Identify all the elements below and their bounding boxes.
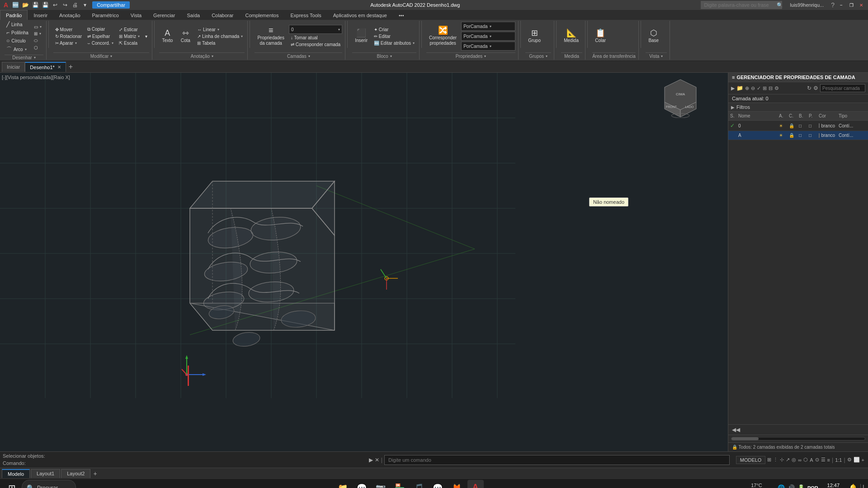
plot-btn[interactable]: 🖨 [71, 1, 80, 9]
btn-aparar[interactable]: ✂ Aparar ▾ [53, 40, 84, 46]
btn-concord[interactable]: ⌣ Concord. ▾ [85, 40, 115, 47]
btn-retangulo[interactable]: ▭ ▾ [32, 24, 43, 30]
share-btn[interactable]: Compartilhar [92, 1, 130, 9]
btn-texto-large[interactable]: A Texto [159, 23, 175, 50]
tab-inserir[interactable]: Inserir [28, 10, 53, 20]
btn-linha-chamada[interactable]: ↗ Linha de chamada ▾ [195, 33, 245, 39]
snap-toggle[interactable]: ⋮ [773, 457, 778, 463]
customize-btn[interactable]: ⚙ [847, 457, 852, 463]
layer-row-a[interactable]: A ☀ 🔒 □ □ branco Contí... [728, 131, 868, 140]
tab-saida[interactable]: Saída [181, 10, 206, 20]
tab-iniciar[interactable]: Iniciar [2, 62, 25, 72]
tab-layout2[interactable]: Layout2 [61, 469, 90, 478]
ducs-toggle[interactable]: ⬡ [803, 457, 808, 463]
tab-complementos[interactable]: Complementos [239, 10, 284, 20]
btn-circulo[interactable]: ○ Círculo [5, 37, 30, 44]
btn-linear[interactable]: ↔ Linear ▾ [195, 27, 245, 33]
col-header-p[interactable]: P. [807, 113, 817, 119]
horizontal-scrollbar[interactable] [731, 437, 865, 441]
panel-tool-3[interactable]: ✓ [757, 85, 761, 91]
transparency-toggle[interactable]: ☰ [821, 457, 826, 463]
windows-start-btn[interactable]: ⊞ [4, 480, 20, 488]
polar-toggle[interactable]: ↗ [786, 457, 790, 463]
lineweight-toggle[interactable]: ⊙ [815, 457, 819, 463]
btn-arco[interactable]: ⌒ Arco ▾ [5, 45, 30, 54]
btn-cota-large[interactable]: ⇿ Cota [177, 23, 193, 50]
btn-colar[interactable]: 📋 Colar [592, 23, 609, 50]
tab-gerenciar[interactable]: Gerenciar [147, 10, 181, 20]
tab-layout1[interactable]: Layout1 [31, 469, 60, 478]
btn-espelhar[interactable]: ⇌ Espelhar [85, 33, 115, 39]
grid-toggle[interactable]: ⊞ [767, 457, 771, 463]
ortho-toggle[interactable]: ⊹ [780, 457, 784, 463]
save-btn[interactable]: 💾 [31, 1, 40, 9]
prop-dropdown-1[interactable]: PorCamada ▾ [461, 22, 515, 31]
btn-contorno[interactable]: ⬡ [32, 45, 43, 51]
task-autocad[interactable]: A [467, 480, 484, 488]
tab-vista[interactable]: Vista [125, 10, 147, 20]
layer-dropdown[interactable]: 0 ▾ [289, 25, 342, 34]
col-header-cor[interactable]: Cor [817, 113, 837, 119]
search-input[interactable] [701, 1, 782, 9]
user-menu[interactable]: luis99henriqu... [787, 2, 828, 8]
col-header-tipo[interactable]: Tipo [837, 113, 864, 119]
tab-modelo[interactable]: Modelo [2, 469, 30, 478]
layer-0-visibility[interactable]: ☀ [777, 122, 787, 129]
btn-criar-bloco[interactable]: ✦ Criar [372, 27, 416, 33]
col-header-name[interactable]: Nome [736, 113, 777, 119]
task-spotify[interactable]: 🎵 [410, 480, 427, 488]
btn-copiar[interactable]: ⧉ Copiar [85, 26, 115, 33]
layer-a-color[interactable]: branco [817, 132, 837, 139]
battery-icon[interactable]: 🔋 [797, 484, 805, 488]
layer-a-lock[interactable]: □ [797, 132, 807, 139]
keyboard-lang[interactable]: POR [807, 485, 818, 488]
command-input-field[interactable] [384, 455, 730, 465]
otrack-toggle[interactable]: ∞ [798, 457, 802, 463]
panel-tool-2[interactable]: ⊖ [751, 85, 755, 91]
tab-more[interactable]: ••• [393, 10, 410, 20]
tab-express[interactable]: Express Tools [284, 10, 327, 20]
osnap-toggle[interactable]: ◎ [792, 457, 796, 463]
col-header-a[interactable]: A. [777, 113, 787, 119]
btn-grupo[interactable]: ⊞ Grupo [525, 23, 543, 50]
show-desktop-btn[interactable]: | [860, 484, 864, 488]
dynmode-toggle[interactable]: A [810, 457, 813, 463]
panel-double-collapse[interactable]: ◀◀ [728, 424, 868, 435]
tab-close-btn[interactable]: ✕ [57, 65, 61, 70]
panel-tool-5[interactable]: ⊟ [769, 85, 773, 91]
btn-escala[interactable]: ⇱ Escala [117, 40, 142, 46]
btn-medida[interactable]: 📐 Medida [561, 23, 581, 50]
layer-row-0[interactable]: ✓ 0 ☀ 🔒 □ □ branco Contí... [728, 121, 868, 131]
clock-widget[interactable]: 12:47 23/03/2024 [821, 483, 846, 488]
panel-settings-icon[interactable]: ⚙ [813, 85, 818, 91]
btn-polilinha[interactable]: ⌐ Polilinha [5, 29, 30, 36]
layer-0-lock[interactable]: □ [797, 122, 807, 129]
panel-expand-row[interactable]: ▶ Filtros [728, 103, 868, 112]
panel-tool-1[interactable]: ⊕ [745, 85, 749, 91]
layer-0-print[interactable]: □ [807, 122, 817, 129]
panel-tool-4[interactable]: ⊞ [763, 85, 767, 91]
save-as-btn[interactable]: 💾 [41, 1, 50, 9]
layer-a-visibility[interactable]: ☀ [777, 132, 787, 139]
btn-hachura[interactable]: ⊞ ▾ [32, 31, 43, 37]
prop-dropdown-2[interactable]: PorCamada ▾ [461, 32, 515, 41]
btn-corresponder-prop[interactable]: 🔀 Corresponderpropriedades [426, 23, 459, 50]
btn-linha[interactable]: ╱ Linha [5, 21, 30, 28]
btn-modif-more[interactable]: ▾ [143, 33, 149, 39]
weather-widget[interactable]: 17°C Ger. Nublado [742, 483, 771, 488]
collapse-panel-icon[interactable]: ◀◀ [732, 427, 740, 433]
btn-mover[interactable]: ✥ Mover [53, 27, 84, 33]
tab-aplicativos[interactable]: Aplicativos em destaque [327, 10, 393, 20]
panel-refresh-icon[interactable]: ↻ [807, 85, 811, 91]
btn-editar-bloco[interactable]: ✏ Editar [372, 33, 416, 39]
layer-a-print[interactable]: □ [807, 132, 817, 139]
selection-toggle[interactable]: ≡ [827, 457, 830, 463]
btn-tomar-atual[interactable]: ↓ Tomar atual [289, 35, 342, 41]
tab-parametrico[interactable]: Paramétrico [86, 10, 125, 20]
task-chat[interactable]: 💬 [354, 480, 370, 488]
btn-base[interactable]: ⬡ Base [646, 23, 662, 50]
cmd-filter-icon[interactable]: ✕ [375, 457, 379, 463]
extra-btn[interactable]: ▾ [80, 1, 90, 9]
redo-btn[interactable]: ↪ [61, 1, 70, 9]
layer-0-freeze[interactable]: 🔒 [787, 122, 797, 129]
